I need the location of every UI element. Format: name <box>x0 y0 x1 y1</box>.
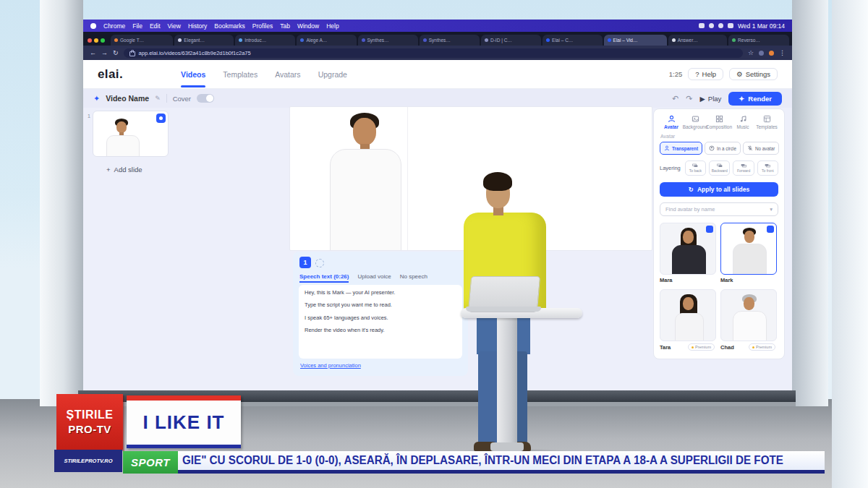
speech-line: Render the video when it's ready. <box>305 327 456 333</box>
render-button[interactable]: ✦Render <box>728 92 782 106</box>
avatar-card-tara[interactable] <box>660 289 716 341</box>
avatar-card-chad[interactable] <box>720 289 777 341</box>
premium-badge: Premium <box>749 343 775 351</box>
apple-icon[interactable] <box>90 23 96 29</box>
browser-window: Chrome File Edit View History Bookmarks … <box>83 20 792 393</box>
layer-forward-button[interactable]: Forward <box>733 160 754 176</box>
tab-upload-voice[interactable]: Upload voice <box>357 273 391 283</box>
menu-help[interactable]: Help <box>326 22 339 30</box>
browser-tab-active[interactable]: Elai – Vid… <box>604 35 667 46</box>
add-slide-button[interactable]: + Add slide <box>106 166 142 174</box>
menu-edit[interactable]: Edit <box>150 22 161 30</box>
browser-tab[interactable]: Google T… <box>111 35 173 46</box>
speech-line: Type the script you want me to read. <box>305 301 456 308</box>
browser-tab[interactable]: Synthes… <box>420 35 480 46</box>
settings-button[interactable]: ⚙Settings <box>729 68 778 80</box>
search-icon[interactable] <box>718 23 723 28</box>
menu-history[interactable]: History <box>188 22 207 30</box>
tv-studio-scene: Chrome File Edit View History Bookmarks … <box>0 0 868 488</box>
tab-music[interactable]: Music <box>731 115 754 129</box>
elai-logo[interactable]: elai. <box>98 67 123 82</box>
music-icon <box>739 115 747 123</box>
plus-icon: + <box>106 166 111 174</box>
channel-website: STIRILEPROTV.RO <box>54 450 122 472</box>
close-window-icon[interactable] <box>88 38 92 43</box>
layer-to-back-button[interactable]: To back <box>685 160 706 176</box>
avatar-card-mara[interactable] <box>660 223 716 275</box>
tab-avatar[interactable]: Avatar <box>660 115 683 129</box>
avatar-search-dropdown[interactable]: Find avatar by name ▾ <box>660 202 778 216</box>
slide-thumbnail[interactable] <box>93 111 169 157</box>
undo-icon[interactable]: ↶ <box>672 94 678 103</box>
voices-pronunciation-link[interactable]: Voices and pronunciation <box>300 362 361 369</box>
tab-composition[interactable]: Composition <box>707 115 731 129</box>
help-button[interactable]: ?Help <box>688 68 723 80</box>
apply-to-all-slides-button[interactable]: ↻ Apply to all slides <box>660 182 778 197</box>
tab-speech-text[interactable]: Speech text (0:26) <box>299 273 349 283</box>
avatar-name: Mara <box>660 277 673 283</box>
layout-icon <box>715 115 723 123</box>
nav-avatars[interactable]: Avatars <box>275 70 300 79</box>
menu-window[interactable]: Window <box>297 22 319 30</box>
redo-icon[interactable]: ↷ <box>686 94 692 103</box>
browser-menu-icon[interactable]: ⋮ <box>779 49 786 56</box>
edit-name-icon[interactable]: ✎ <box>155 95 161 102</box>
menu-profiles[interactable]: Profiles <box>252 22 273 30</box>
extension-icon[interactable] <box>759 51 764 56</box>
avatar-name: Mark <box>720 277 733 283</box>
chevron-down-icon: ▾ <box>770 206 773 213</box>
nav-videos[interactable]: Videos <box>181 70 205 79</box>
layer-backward-button[interactable]: Backward <box>709 160 730 176</box>
speech-textarea[interactable]: Hey, this is Mark — your AI presenter. T… <box>299 285 462 359</box>
tab-templates[interactable]: Templates <box>755 115 778 129</box>
screen-frame-left <box>40 0 83 406</box>
profile-avatar[interactable] <box>769 51 774 56</box>
menu-chrome[interactable]: Chrome <box>103 22 125 30</box>
menu-tab[interactable]: Tab <box>280 22 290 30</box>
add-speech-block-icon[interactable] <box>315 259 324 267</box>
tab-background[interactable]: Background <box>684 115 707 129</box>
menu-file[interactable]: File <box>132 22 142 30</box>
option-transparent[interactable]: Transparent <box>660 142 702 155</box>
laptop-base <box>466 307 541 312</box>
browser-tab[interactable]: Elai – C… <box>542 35 603 46</box>
browser-tab[interactable]: Synthes… <box>358 35 418 46</box>
option-in-a-circle[interactable]: In a circle <box>705 142 741 155</box>
menu-bookmarks[interactable]: Bookmarks <box>214 22 245 30</box>
window-controls[interactable] <box>88 38 105 43</box>
option-no-avatar[interactable]: No avatar <box>743 142 779 155</box>
layer-to-front-button[interactable]: To front <box>757 160 778 176</box>
browser-tab[interactable]: Alege A… <box>297 35 356 46</box>
reload-icon[interactable]: ↻ <box>113 49 119 56</box>
avatar-card-mark-selected[interactable] <box>720 223 777 275</box>
image-icon <box>692 115 699 123</box>
avatar-badge-icon <box>156 114 166 123</box>
nav-upgrade[interactable]: Upgrade <box>318 70 347 79</box>
zoom-window-icon[interactable] <box>101 38 105 43</box>
battery-icon <box>699 23 705 28</box>
render-icon: ✦ <box>739 95 744 103</box>
slide-index: 1 <box>88 114 90 119</box>
speech-panel: 1 Speech text (0:26) Upload voice No spe… <box>293 252 468 376</box>
tab-no-speech[interactable]: No speech <box>400 273 427 283</box>
hd-badge-icon <box>767 226 774 233</box>
cover-toggle[interactable] <box>197 94 214 103</box>
control-center-icon[interactable] <box>728 23 733 28</box>
browser-tab[interactable]: D-ID | C… <box>481 35 541 46</box>
canvas-guide-line <box>407 107 408 250</box>
back-icon[interactable]: ← <box>90 49 96 56</box>
browser-tab[interactable]: Introduc… <box>235 35 295 46</box>
address-bar[interactable]: app.elai.io/videos/63f2a41c8b9e2d1b0f1c2… <box>124 48 743 58</box>
video-name[interactable]: Video Name <box>106 94 149 103</box>
browser-tab[interactable]: Reverso… <box>728 35 789 46</box>
menubar-clock: Wed 1 Mar 09:14 <box>738 22 785 30</box>
forward-icon[interactable]: → <box>101 49 108 56</box>
browser-tab[interactable]: Elegant… <box>174 35 234 46</box>
nav-templates[interactable]: Templates <box>223 70 258 79</box>
browser-tab[interactable]: Answer… <box>668 35 727 46</box>
bookmark-star-icon[interactable]: ☆ <box>748 49 754 56</box>
play-button[interactable]: ▶Play <box>700 95 722 103</box>
mic-off-icon <box>747 145 753 151</box>
minimize-window-icon[interactable] <box>94 38 98 43</box>
menu-view[interactable]: View <box>168 22 181 30</box>
